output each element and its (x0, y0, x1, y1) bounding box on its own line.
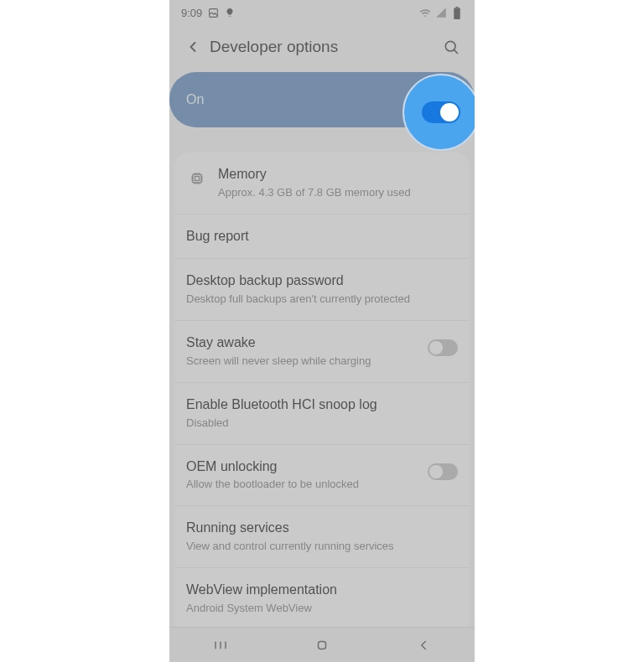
row-subtitle: View and control currently running servi… (186, 540, 458, 554)
battery-icon (451, 7, 463, 18)
svg-rect-2 (454, 8, 460, 19)
memory-icon (186, 168, 208, 189)
row-oem-unlocking[interactable]: OEM unlocking Allow the bootloader to be… (174, 445, 470, 507)
page-title: Developer options (210, 38, 439, 56)
svg-rect-1 (456, 7, 459, 8)
row-bug-report[interactable]: Bug report (174, 215, 470, 260)
phone-screen: 9:09 Developer options (169, 0, 475, 662)
svg-rect-6 (195, 177, 200, 181)
master-toggle-highlight[interactable] (422, 101, 460, 123)
app-header: Developer options (169, 25, 475, 69)
row-stay-awake[interactable]: Stay awake Screen will never sleep while… (174, 321, 470, 383)
image-icon (207, 7, 219, 18)
row-webview[interactable]: WebView implementation Android System We… (174, 568, 470, 630)
svg-rect-5 (193, 174, 201, 183)
row-bt-hci[interactable]: Enable Bluetooth HCI snoop log Disabled (174, 383, 470, 445)
row-title: Desktop backup password (186, 272, 458, 290)
row-subtitle: Screen will never sleep while charging (186, 354, 421, 369)
row-desktop-backup[interactable]: Desktop backup password Desktop full bac… (174, 259, 470, 321)
row-running-services[interactable]: Running services View and control curren… (174, 506, 470, 568)
status-bar: 9:09 (169, 0, 475, 25)
row-title: Running services (186, 520, 458, 537)
nav-bar (169, 627, 475, 662)
row-title: Bug report (186, 228, 458, 246)
back-button[interactable] (181, 35, 205, 59)
row-subtitle: Allow the bootloader to be unlocked (186, 478, 421, 492)
row-title: Memory (218, 166, 458, 184)
row-subtitle: Disabled (186, 416, 458, 431)
home-button[interactable] (297, 633, 347, 658)
row-title: WebView implementation (186, 582, 458, 599)
row-memory[interactable]: Memory Approx. 4.3 GB of 7.8 GB memory u… (174, 153, 470, 215)
settings-card: Memory Approx. 4.3 GB of 7.8 GB memory u… (174, 153, 470, 662)
tutorial-highlight (402, 74, 475, 151)
row-title: Stay awake (186, 334, 421, 352)
status-time: 9:09 (181, 7, 202, 19)
master-toggle-label: On (186, 92, 424, 107)
recents-button[interactable] (195, 633, 246, 658)
back-nav-button[interactable] (398, 633, 449, 658)
row-subtitle: Android System WebView (186, 602, 458, 616)
row-title: OEM unlocking (186, 458, 421, 476)
row-subtitle: Approx. 4.3 GB of 7.8 GB memory used (218, 186, 458, 200)
status-right (419, 7, 463, 18)
row-subtitle: Desktop full backups aren't currently pr… (186, 292, 458, 307)
stay-awake-toggle[interactable] (428, 339, 458, 356)
status-left: 9:09 (181, 7, 236, 19)
row-title: Enable Bluetooth HCI snoop log (186, 396, 458, 414)
svg-rect-22 (318, 641, 325, 649)
search-button[interactable] (439, 35, 463, 59)
svg-line-4 (454, 49, 457, 53)
signal-icon (435, 7, 447, 18)
wifi-icon (419, 7, 431, 18)
oem-toggle[interactable] (428, 463, 458, 480)
bulb-icon (224, 7, 236, 18)
